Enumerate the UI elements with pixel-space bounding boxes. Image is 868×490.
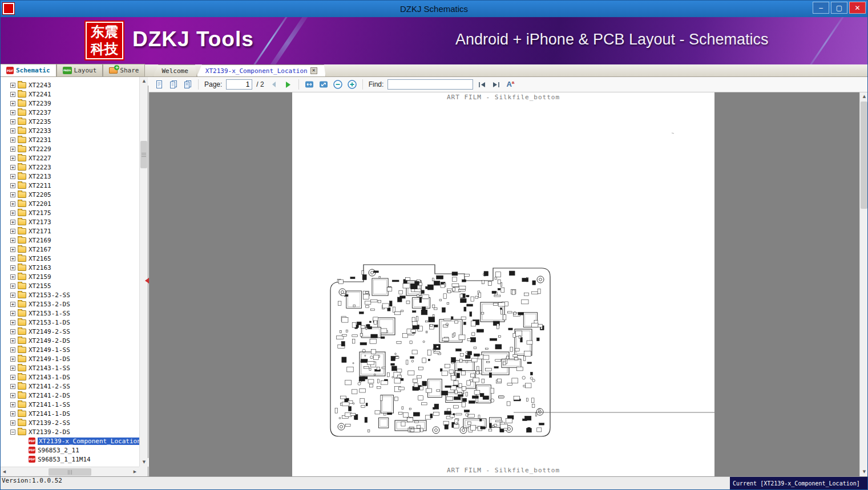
single-page-view-button[interactable] [154,79,165,90]
find-input[interactable] [387,79,473,90]
scroll-up-icon[interactable]: ▲ [140,77,148,86]
continuous-view-button[interactable] [182,79,193,90]
expand-icon[interactable]: + [10,420,15,426]
expand-icon[interactable]: + [10,156,15,161]
pdf-page[interactable]: ART FILM - Silkfile_bottom ART FILM - Si… [292,92,714,476]
expand-icon[interactable]: + [10,238,15,243]
expand-icon[interactable]: + [10,247,15,252]
tree-folder[interactable]: +XT2141-2-SS [0,382,139,391]
expand-icon[interactable]: + [10,147,15,152]
viewer-scrollbar-thumb[interactable] [861,102,867,209]
tree-file[interactable]: PDFS96853_2_11 [0,446,139,455]
tree-folder[interactable]: +XT2201 [0,199,139,208]
expand-icon[interactable]: + [10,201,15,206]
expand-icon[interactable]: + [10,192,15,197]
tree-folder[interactable]: +XT2171 [0,226,139,236]
tree-folder[interactable]: +XT2227 [0,153,139,163]
tree-file[interactable]: PDFXT2139-x_Component_Location [0,436,139,446]
next-page-button[interactable] [282,79,294,90]
tree-folder[interactable]: +XT2223 [0,163,139,172]
collapse-icon[interactable]: − [10,430,15,435]
tree-file[interactable]: PDFS96853_1_11M14 [0,455,139,464]
splitter-collapse-icon[interactable] [145,278,149,284]
tree-folder[interactable]: +XT2205 [0,190,139,199]
tree-folder[interactable]: +XT2173 [0,217,139,226]
tree-folder[interactable]: +XT2141-2-DS [0,391,139,400]
tab-close-icon[interactable]: ✕ [310,67,317,74]
expand-icon[interactable]: + [10,165,15,170]
expand-icon[interactable]: + [10,210,15,216]
expand-icon[interactable]: + [10,83,15,88]
expand-icon[interactable]: + [10,265,15,270]
previous-page-button[interactable] [268,79,280,90]
expand-icon[interactable]: + [10,137,15,143]
expand-icon[interactable]: + [10,119,15,124]
tree-folder[interactable]: +XT2243 [0,80,139,90]
tree-folder[interactable]: +XT2153-1-DS [0,318,139,327]
tab-layout[interactable]: PADS Layout [56,64,103,76]
expand-icon[interactable]: + [10,311,15,316]
tab-share[interactable]: + Share [103,64,145,76]
expand-icon[interactable]: + [10,101,15,106]
tree-folder[interactable]: +XT2213 [0,172,139,181]
tree-folder[interactable]: +XT2153-1-SS [0,309,139,318]
expand-icon[interactable]: + [10,92,15,97]
scroll-left-icon[interactable]: ◀ [0,468,9,476]
doc-tab-component-location[interactable]: XT2139-x_Component_Location ✕ [197,64,326,76]
expand-icon[interactable]: + [10,402,15,407]
expand-icon[interactable]: + [10,229,15,234]
zoom-in-button[interactable] [346,79,358,90]
match-case-button[interactable]: Aa [504,79,516,90]
scroll-right-icon[interactable]: ▶ [131,468,139,476]
tree-hscrollbar-thumb[interactable] [49,468,91,476]
tree-folder[interactable]: +XT2237 [0,108,139,117]
minimize-button[interactable]: – [813,2,829,14]
expand-icon[interactable]: + [10,329,15,334]
expand-icon[interactable]: + [10,302,15,307]
expand-icon[interactable]: + [10,393,15,398]
fit-width-button[interactable] [304,79,315,90]
tree-folder[interactable]: +XT2159 [0,272,139,281]
tree-folder[interactable]: +XT2149-2-SS [0,327,139,336]
tree-folder[interactable]: +XT2149-2-DS [0,336,139,345]
tree-folder[interactable]: +XT2175 [0,208,139,217]
zoom-out-button[interactable] [332,79,344,90]
tree-folder[interactable]: +XT2149-1-SS [0,345,139,354]
viewer-vertical-scrollbar[interactable]: ▲ ▼ [859,92,868,476]
tree-folder[interactable]: +XT2141-1-DS [0,409,139,418]
expand-icon[interactable]: + [10,375,15,380]
tree-folder[interactable]: +XT2211 [0,181,139,190]
expand-icon[interactable]: + [10,384,15,389]
tree-folder[interactable]: +XT2163 [0,263,139,272]
tree-folder[interactable]: +XT2153-2-SS [0,290,139,299]
expand-icon[interactable]: + [10,366,15,371]
tree-horizontal-scrollbar[interactable]: ◀ ▶ [0,467,139,476]
find-previous-button[interactable] [476,79,487,90]
tree-folder[interactable]: +XT2169 [0,236,139,245]
tree-scrollbar-thumb[interactable] [140,141,147,168]
expand-icon[interactable]: + [10,284,15,289]
tree-folder[interactable]: +XT2139-2-SS [0,418,139,427]
tree-folder[interactable]: +XT2235 [0,117,139,126]
expand-icon[interactable]: + [10,411,15,416]
viewer-scroll-down-icon[interactable]: ▼ [860,468,868,476]
tree-folder[interactable]: +XT2233 [0,126,139,135]
tree-folder[interactable]: +XT2229 [0,144,139,153]
expand-icon[interactable]: + [10,347,15,353]
expand-icon[interactable]: + [10,183,15,188]
tree-folder[interactable]: +XT2149-1-DS [0,354,139,363]
tree-vertical-scrollbar[interactable]: ▲ ▼ [139,77,148,467]
expand-icon[interactable]: + [10,274,15,280]
maximize-button[interactable]: ▢ [831,2,847,14]
viewer-scroll-up-icon[interactable]: ▲ [860,92,868,101]
expand-icon[interactable]: + [10,256,15,261]
expand-icon[interactable]: + [10,293,15,298]
tree-folder[interactable]: +XT2167 [0,245,139,254]
page-number-input[interactable] [226,79,252,90]
pdf-viewer[interactable]: ART FILM - Silkfile_bottom ART FILM - Si… [149,92,868,476]
tree-folder[interactable]: +XT2241 [0,90,139,99]
tree-folder[interactable]: −XT2139-2-DS [0,427,139,436]
expand-icon[interactable]: + [10,357,15,362]
tab-schematic[interactable]: PDF Schematic [0,64,56,76]
doc-tab-welcome[interactable]: Welcome [153,64,196,76]
